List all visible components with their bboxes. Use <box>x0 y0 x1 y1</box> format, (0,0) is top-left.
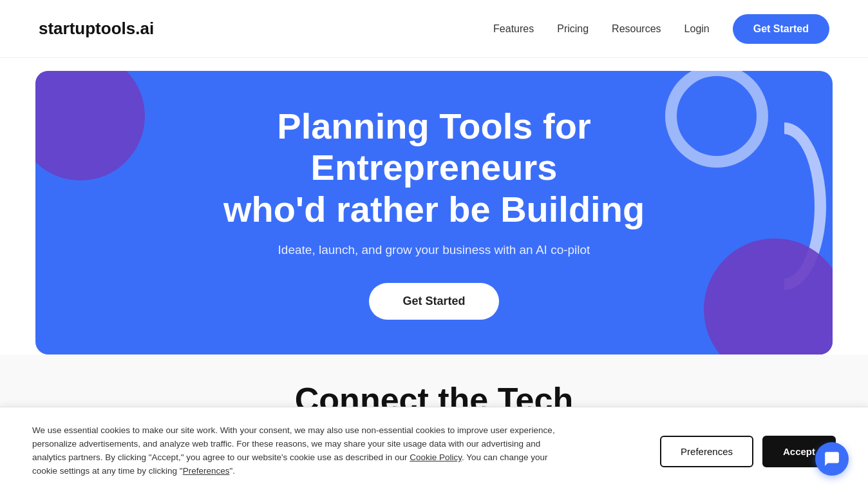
nav-links: Features Pricing Resources Login Get Sta… <box>493 14 829 44</box>
cookie-preferences-link[interactable]: Preferences <box>183 466 230 476</box>
preferences-button[interactable]: Preferences <box>660 436 753 467</box>
site-logo[interactable]: startuptools.ai <box>39 19 154 39</box>
hero-subtitle: Ideate, launch, and grow your business w… <box>176 243 692 257</box>
hero-section: Planning Tools for Entrepreneurs who'd r… <box>35 71 833 354</box>
hero-title-line2: who'd rather be Building <box>223 189 645 229</box>
cookie-banner: We use essential cookies to make our sit… <box>0 407 868 495</box>
cookie-text: We use essential cookies to make our sit… <box>32 424 560 478</box>
chat-icon <box>824 451 840 467</box>
hero-title-line1: Planning Tools for Entrepreneurs <box>277 106 590 188</box>
nav-pricing[interactable]: Pricing <box>557 23 589 35</box>
hero-circle-bottom-right-decoration <box>704 238 833 354</box>
hero-title: Planning Tools for Entrepreneurs who'd r… <box>176 106 692 230</box>
navbar: startuptools.ai Features Pricing Resourc… <box>0 0 868 58</box>
nav-resources[interactable]: Resources <box>612 23 661 35</box>
hero-get-started-button[interactable]: Get Started <box>369 283 498 320</box>
hero-content: Planning Tools for Entrepreneurs who'd r… <box>151 106 717 320</box>
cookie-buttons: Preferences Accept <box>660 436 836 467</box>
navbar-get-started-button[interactable]: Get Started <box>733 14 829 44</box>
nav-features[interactable]: Features <box>493 23 534 35</box>
chat-button[interactable] <box>815 442 849 476</box>
nav-login[interactable]: Login <box>684 23 710 35</box>
cookie-text-end: ". <box>229 466 235 476</box>
cookie-policy-link[interactable]: Cookie Policy <box>410 452 462 462</box>
